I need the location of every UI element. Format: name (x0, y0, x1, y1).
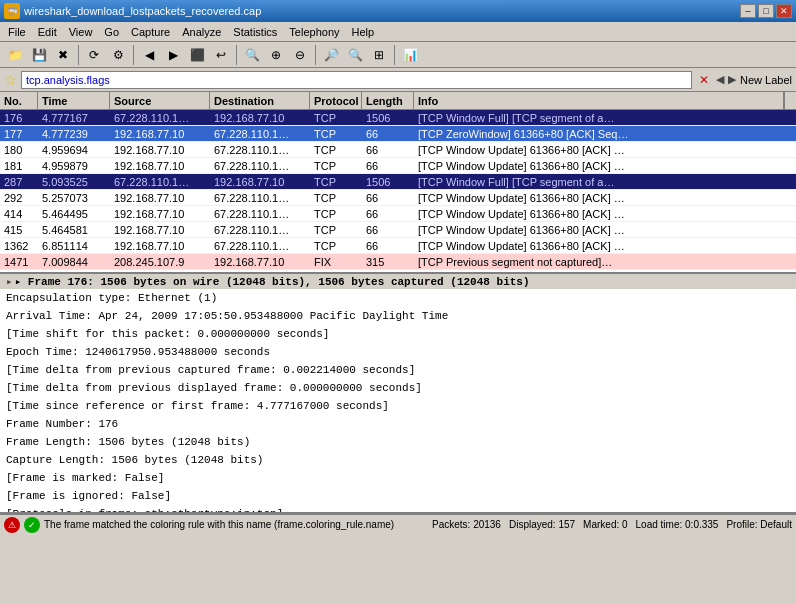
packet-cell: 192.168.77.10 (110, 160, 210, 172)
filter-bookmark-icon[interactable]: ☆ (4, 72, 17, 88)
toolbar-graph-button[interactable]: 📊 (399, 44, 421, 66)
detail-line[interactable]: Epoch Time: 1240617950.953488000 seconds (0, 343, 796, 361)
toolbar-reload-button[interactable]: ⟳ (83, 44, 105, 66)
window-title: wireshark_download_lostpackets_recovered… (24, 5, 261, 17)
packet-cell: 4.777167 (38, 112, 110, 124)
packet-cell: [TCP Window Update] 61366+80 [ACK] … (414, 144, 796, 156)
toolbar-forward-button[interactable]: ▶ (162, 44, 184, 66)
detail-line[interactable]: [Frame is marked: False] (0, 469, 796, 487)
packet-row[interactable]: 4155.464581192.168.77.1067.228.110.1…TCP… (0, 222, 796, 238)
packet-cell: 67.228.110.1… (210, 160, 310, 172)
toolbar-back-button[interactable]: ◀ (138, 44, 160, 66)
menu-item-view[interactable]: View (63, 24, 99, 40)
toolbar-sep-1 (78, 45, 79, 65)
packet-row[interactable]: 14717.009844208.245.107.9192.168.77.10FI… (0, 254, 796, 270)
packet-cell: 5.093525 (38, 176, 110, 188)
toolbar-zoom-in-button[interactable]: 🔎 (320, 44, 342, 66)
menu-item-statistics[interactable]: Statistics (227, 24, 283, 40)
menu-item-telephony[interactable]: Telephony (283, 24, 345, 40)
packet-cell: 180 (0, 144, 38, 156)
packet-row[interactable]: 13626.851114192.168.77.1067.228.110.1…TC… (0, 238, 796, 254)
app-icon: 🦈 (4, 3, 20, 19)
packet-row[interactable]: 2875.09352567.228.110.1…192.168.77.10TCP… (0, 174, 796, 190)
detail-line[interactable]: Arrival Time: Apr 24, 2009 17:05:50.9534… (0, 307, 796, 325)
detail-line[interactable]: [Time since reference or first frame: 4.… (0, 397, 796, 415)
detail-line[interactable]: [Protocols in frame: eth:ethertype:ip:tc… (0, 505, 796, 514)
toolbar-search-button[interactable]: 🔍 (241, 44, 263, 66)
marked-count: Marked: 0 (583, 519, 627, 530)
col-header-no: No. (0, 92, 38, 109)
col-header-destination: Destination (210, 92, 310, 109)
detail-line[interactable]: Encapsulation type: Ethernet (1) (0, 289, 796, 307)
packet-cell: 208.245.107.9 (110, 256, 210, 268)
filter-input[interactable] (21, 71, 692, 89)
filter-prev-icon[interactable]: ◀ (716, 73, 724, 86)
packet-cell: 66 (362, 224, 414, 236)
detail-pane: ▸ ▸ Frame 176: 1506 bytes on wire (12048… (0, 274, 796, 514)
minimize-button[interactable]: – (740, 4, 756, 18)
profile: Profile: Default (726, 519, 792, 530)
packet-row[interactable]: 1774.777239192.168.77.1067.228.110.1…TCP… (0, 126, 796, 142)
packet-cell: 192.168.77.10 (110, 128, 210, 140)
toolbar-filter-button[interactable]: ⊕ (265, 44, 287, 66)
packet-cell: 192.168.77.10 (110, 240, 210, 252)
toolbar-zoom-out-button[interactable]: 🔍 (344, 44, 366, 66)
toolbar-open-button[interactable]: 📁 (4, 44, 26, 66)
packet-cell: 67.228.110.1… (110, 176, 210, 188)
toolbar-jump-button[interactable]: ↩ (210, 44, 232, 66)
menu-item-go[interactable]: Go (98, 24, 125, 40)
detail-line[interactable]: [Time delta from previous captured frame… (0, 361, 796, 379)
status-bar: ⚠ ✓ The frame matched the coloring rule … (0, 514, 796, 534)
packet-row[interactable]: 1764.77716767.228.110.1…192.168.77.10TCP… (0, 110, 796, 126)
packet-cell: 4.959879 (38, 160, 110, 172)
toolbar-zoom-reset-button[interactable]: ⊞ (368, 44, 390, 66)
packet-cell: [TCP Window Update] 61366+80 [ACK] … (414, 208, 796, 220)
filter-next-icon[interactable]: ▶ (728, 73, 736, 86)
packet-row[interactable]: 1804.959694192.168.77.1067.228.110.1…TCP… (0, 142, 796, 158)
status-error-icon[interactable]: ⚠ (4, 517, 20, 533)
packet-cell: [TCP Window Update] 61366+80 [ACK] … (414, 160, 796, 172)
toolbar-stop-button[interactable]: ⬛ (186, 44, 208, 66)
packet-cell: 4.959694 (38, 144, 110, 156)
toolbar-close-button[interactable]: ✖ (52, 44, 74, 66)
packet-cell: 5.257073 (38, 192, 110, 204)
detail-line[interactable]: [Time delta from previous displayed fram… (0, 379, 796, 397)
displayed-count: Displayed: 157 (509, 519, 575, 530)
packet-cell: 66 (362, 160, 414, 172)
packet-cell: [TCP Window Update] 61366+80 [ACK] … (414, 224, 796, 236)
menu-item-help[interactable]: Help (346, 24, 381, 40)
toolbar-find-button[interactable]: ⊖ (289, 44, 311, 66)
col-header-time: Time (38, 92, 110, 109)
detail-line[interactable]: Capture Length: 1506 bytes (12048 bits) (0, 451, 796, 469)
col-header-source: Source (110, 92, 210, 109)
packet-cell: 5.464581 (38, 224, 110, 236)
filter-clear-icon[interactable]: ✕ (696, 72, 712, 88)
toolbar-save-button[interactable]: 💾 (28, 44, 50, 66)
menu-item-analyze[interactable]: Analyze (176, 24, 227, 40)
packet-row[interactable]: 1814.959879192.168.77.1067.228.110.1…TCP… (0, 158, 796, 174)
packet-cell: 5.464495 (38, 208, 110, 220)
close-button[interactable]: ✕ (776, 4, 792, 18)
maximize-button[interactable]: □ (758, 4, 774, 18)
packet-row[interactable]: 2925.257073192.168.77.1067.228.110.1…TCP… (0, 190, 796, 206)
detail-line[interactable]: Frame Length: 1506 bytes (12048 bits) (0, 433, 796, 451)
detail-lines: Encapsulation type: Ethernet (1) Arrival… (0, 289, 796, 514)
packets-count: Packets: 20136 (432, 519, 501, 530)
filter-new-label[interactable]: New Label (740, 74, 792, 86)
packet-row[interactable]: 4145.464495192.168.77.1067.228.110.1…TCP… (0, 206, 796, 222)
packet-cell: 1471 (0, 256, 38, 268)
menu-item-edit[interactable]: Edit (32, 24, 63, 40)
detail-line[interactable]: [Frame is ignored: False] (0, 487, 796, 505)
menu-item-file[interactable]: File (2, 24, 32, 40)
menu-item-capture[interactable]: Capture (125, 24, 176, 40)
packet-cell: 67.228.110.1… (210, 240, 310, 252)
detail-line[interactable]: Frame Number: 176 (0, 415, 796, 433)
detail-line[interactable]: [Time shift for this packet: 0.000000000… (0, 325, 796, 343)
status-ok-icon[interactable]: ✓ (24, 517, 40, 533)
packet-cell: 1362 (0, 240, 38, 252)
toolbar-options-button[interactable]: ⚙ (107, 44, 129, 66)
packet-cell: TCP (310, 192, 362, 204)
packet-cell: 415 (0, 224, 38, 236)
packet-cell: 67.228.110.1… (210, 144, 310, 156)
frame-header[interactable]: ▸ ▸ Frame 176: 1506 bytes on wire (12048… (0, 274, 796, 289)
